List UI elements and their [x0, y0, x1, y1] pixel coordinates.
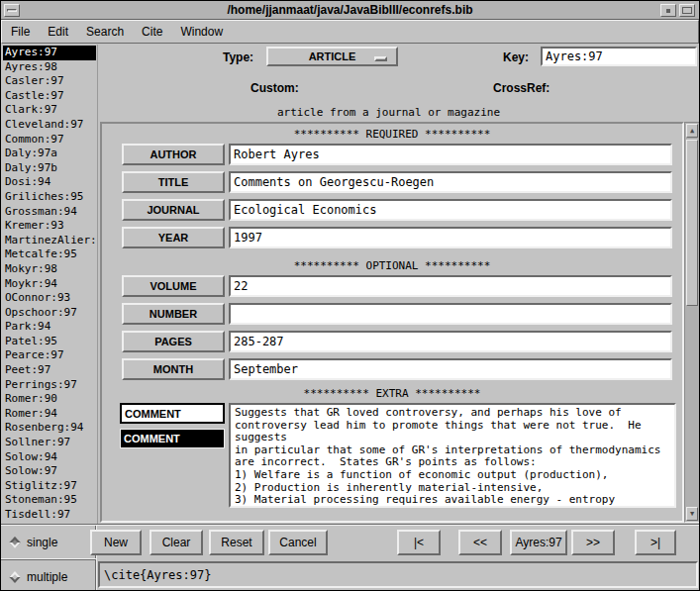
volume-field-label: VOLUME — [122, 275, 225, 297]
comment-textarea[interactable] — [229, 403, 676, 508]
reset-button[interactable]: Reset — [209, 530, 264, 555]
month-input[interactable] — [229, 358, 672, 380]
iconify-glyph — [666, 9, 670, 13]
author-field-label: AUTHOR — [122, 144, 225, 165]
title-input[interactable] — [229, 171, 672, 193]
list-item[interactable]: Griliches:95 — [3, 190, 96, 205]
list-item[interactable]: Stiglitz:97 — [3, 479, 96, 494]
cite-string-field[interactable] — [98, 561, 698, 588]
menu-search[interactable]: Search — [77, 22, 133, 42]
list-item[interactable]: Pearce:97 — [3, 348, 96, 363]
window-title: /home/jjanmaat/java/JavaBibIII/econrefs.… — [41, 3, 659, 17]
list-item[interactable]: Peet:97 — [3, 363, 96, 378]
nav-prev-button[interactable]: << — [458, 530, 502, 555]
cancel-button[interactable]: Cancel — [268, 530, 328, 555]
menu-edit[interactable]: Edit — [39, 22, 77, 42]
list-item[interactable]: Perrings:97 — [3, 378, 96, 393]
new-button[interactable]: New — [90, 530, 142, 555]
nav-first-button[interactable]: |< — [397, 530, 441, 555]
menu-file[interactable]: File — [2, 22, 39, 42]
required-rows: AUTHORTITLEJOURNALYEAR — [122, 144, 672, 254]
type-option-menu[interactable]: ARTICLE — [266, 47, 398, 66]
scroll-up-icon[interactable]: ▲ — [686, 124, 698, 138]
list-item[interactable]: Kremer:93 — [3, 219, 96, 234]
list-item[interactable]: Solow:94 — [3, 450, 96, 465]
list-item[interactable]: Metcalfe:95 — [3, 247, 96, 262]
list-item[interactable]: Castle:97 — [3, 89, 96, 104]
list-item[interactable]: Sollner:97 — [3, 436, 96, 450]
scrollbar-thumb[interactable] — [686, 140, 698, 306]
extra-field-option-comment[interactable]: COMMENT — [120, 429, 225, 448]
extra-section-title: ********** EXTRA ********** — [102, 387, 682, 400]
menu-cite[interactable]: Cite — [133, 22, 171, 42]
radio-diamond-icon — [9, 537, 20, 547]
list-item[interactable]: Rosenberg:94 — [3, 421, 96, 436]
mode-multiple-radio[interactable]: multiple — [1, 559, 96, 591]
field-row: VOLUME — [122, 275, 672, 297]
journal-input[interactable] — [229, 199, 672, 221]
list-item[interactable]: Ayres:98 — [3, 60, 96, 75]
extra-field-name-input[interactable] — [120, 403, 225, 424]
list-item[interactable]: Mokyr:98 — [3, 262, 96, 277]
list-item[interactable]: Patel:95 — [3, 335, 96, 349]
list-item[interactable]: Romer:94 — [3, 407, 96, 422]
required-section-title: ********** REQUIRED ********** — [102, 128, 682, 141]
list-item[interactable]: Tisdell:97 — [3, 508, 96, 523]
journal-field-label: JOURNAL — [122, 199, 225, 221]
list-item[interactable]: Ayres:97 — [3, 46, 96, 60]
month-field-label: MONTH — [122, 358, 225, 380]
author-input[interactable] — [229, 144, 672, 165]
number-input[interactable] — [229, 303, 672, 325]
menu-window[interactable]: Window — [171, 22, 232, 42]
mode-single-label: single — [27, 536, 57, 549]
list-item[interactable]: Grossman:94 — [3, 205, 96, 220]
list-item[interactable]: Casler:97 — [3, 74, 96, 89]
clear-button[interactable]: Clear — [150, 530, 203, 555]
field-row: NUMBER — [122, 303, 672, 325]
mode-single-radio[interactable]: single — [1, 526, 96, 559]
iconify-icon[interactable] — [660, 4, 676, 17]
list-item[interactable]: Stoneman:95 — [3, 493, 96, 508]
radio-diamond-icon — [9, 571, 20, 582]
custom-label: Custom: — [250, 81, 299, 95]
reference-list[interactable]: Ayres:97Ayres:98Casler:97Castle:97Clark:… — [3, 46, 96, 523]
list-item[interactable]: Romer:90 — [3, 392, 96, 407]
pages-input[interactable] — [229, 331, 672, 352]
field-row: MONTH — [122, 358, 672, 380]
footer-separator — [1, 524, 699, 526]
scroll-down-icon[interactable]: ▼ — [686, 507, 698, 521]
list-item[interactable]: Solow:97 — [3, 464, 96, 479]
list-item[interactable]: Cleveland:97 — [3, 118, 96, 133]
list-item[interactable]: Daly:97b — [3, 161, 96, 176]
list-item[interactable]: Clark:97 — [3, 103, 96, 118]
maximize-icon[interactable] — [679, 4, 695, 17]
list-item[interactable]: Common:97 — [3, 133, 96, 148]
nav-next-button[interactable]: >> — [571, 530, 615, 555]
optional-section-title: ********** OPTIONAL ********** — [102, 259, 682, 272]
list-item[interactable]: Opschoor:97 — [3, 306, 96, 321]
list-item[interactable]: Dosi:94 — [3, 175, 96, 190]
maximize-glyph — [682, 7, 692, 14]
window-menu-icon[interactable] — [4, 4, 20, 17]
type-label: Type: — [223, 50, 253, 64]
list-item[interactable]: Park:94 — [3, 320, 96, 335]
field-row: PAGES — [122, 331, 672, 352]
year-input[interactable] — [229, 227, 672, 248]
field-row: AUTHOR — [122, 144, 672, 165]
list-item[interactable]: MartinezAlier:9 — [3, 234, 96, 248]
list-item[interactable]: Daly:97a — [3, 147, 96, 161]
extra-area: COMMENT — [120, 403, 676, 514]
nav-last-button[interactable]: >| — [635, 530, 676, 555]
vertical-scrollbar[interactable]: ▲ ▼ — [684, 122, 700, 523]
field-row: TITLE — [122, 171, 672, 193]
key-input[interactable] — [541, 47, 697, 66]
list-item[interactable]: OConnor:93 — [3, 291, 96, 306]
volume-input[interactable] — [229, 275, 672, 297]
nav-current-button[interactable]: Ayres:97 — [510, 530, 567, 555]
list-item[interactable]: Moykr:94 — [3, 277, 96, 292]
titlebar[interactable]: /home/jjanmaat/java/JavaBibIII/econrefs.… — [1, 1, 699, 20]
field-row: JOURNAL — [122, 199, 672, 221]
year-field-label: YEAR — [122, 227, 225, 248]
extra-field-selector: COMMENT — [120, 403, 225, 514]
crossref-label: CrossRef: — [493, 81, 550, 95]
